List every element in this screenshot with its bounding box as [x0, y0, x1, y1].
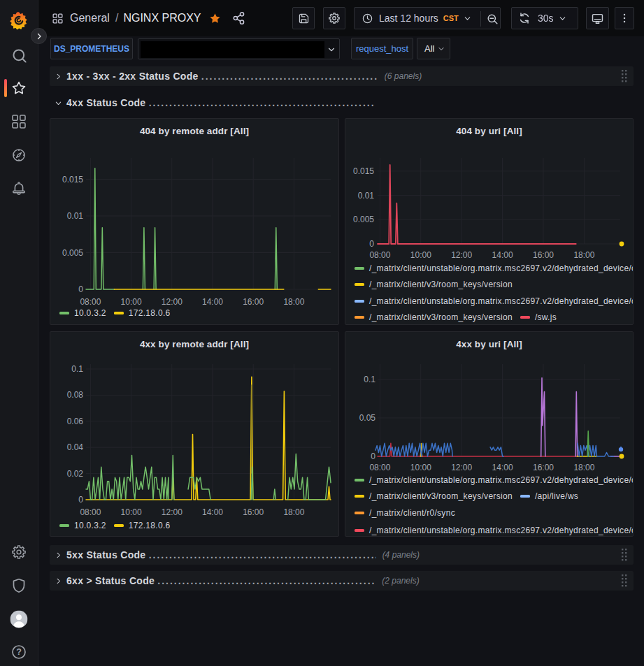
svg-text:10:00: 10:00: [410, 250, 431, 260]
svg-text:16:00: 16:00: [533, 250, 554, 260]
svg-text:10:00: 10:00: [121, 507, 142, 517]
svg-text:0.01: 0.01: [67, 211, 84, 221]
svg-text:0.04: 0.04: [67, 442, 84, 452]
svg-text:18:00: 18:00: [573, 463, 594, 472]
svg-text:14:00: 14:00: [492, 250, 513, 260]
svg-text:0: 0: [78, 495, 83, 505]
svg-text:12:00: 12:00: [162, 297, 183, 307]
svg-text:0: 0: [78, 284, 83, 294]
svg-text:18:00: 18:00: [573, 250, 594, 260]
svg-text:12:00: 12:00: [451, 250, 472, 260]
svg-text:12:00: 12:00: [451, 463, 472, 472]
svg-text:0.08: 0.08: [67, 390, 84, 400]
svg-text:0.015: 0.015: [62, 175, 83, 184]
svg-text:16:00: 16:00: [243, 297, 264, 307]
svg-text:10:00: 10:00: [121, 297, 142, 307]
svg-text:18:00: 18:00: [283, 297, 304, 307]
svg-text:0: 0: [369, 239, 374, 249]
svg-text:16:00: 16:00: [243, 507, 264, 517]
svg-text:?: ?: [16, 647, 22, 657]
svg-text:12:00: 12:00: [162, 507, 183, 517]
svg-text:08:00: 08:00: [80, 297, 101, 307]
svg-text:14:00: 14:00: [202, 297, 223, 307]
svg-text:0.005: 0.005: [353, 215, 374, 224]
svg-text:0.005: 0.005: [62, 248, 83, 258]
svg-text:0.01: 0.01: [358, 191, 375, 201]
svg-text:14:00: 14:00: [202, 507, 223, 517]
svg-text:08:00: 08:00: [369, 250, 390, 260]
svg-text:16:00: 16:00: [533, 463, 554, 472]
svg-text:08:00: 08:00: [80, 507, 101, 517]
svg-text:18:00: 18:00: [283, 507, 304, 517]
svg-text:0.05: 0.05: [359, 413, 376, 423]
svg-text:0.1: 0.1: [364, 375, 375, 384]
svg-text:0.1: 0.1: [71, 364, 83, 374]
svg-text:08:00: 08:00: [369, 463, 390, 472]
svg-text:0: 0: [371, 451, 375, 461]
svg-text:0.015: 0.015: [353, 166, 374, 176]
svg-text:14:00: 14:00: [492, 463, 513, 472]
svg-text:10:00: 10:00: [410, 463, 431, 472]
svg-text:0.06: 0.06: [67, 417, 84, 426]
svg-text:0.02: 0.02: [67, 469, 84, 479]
